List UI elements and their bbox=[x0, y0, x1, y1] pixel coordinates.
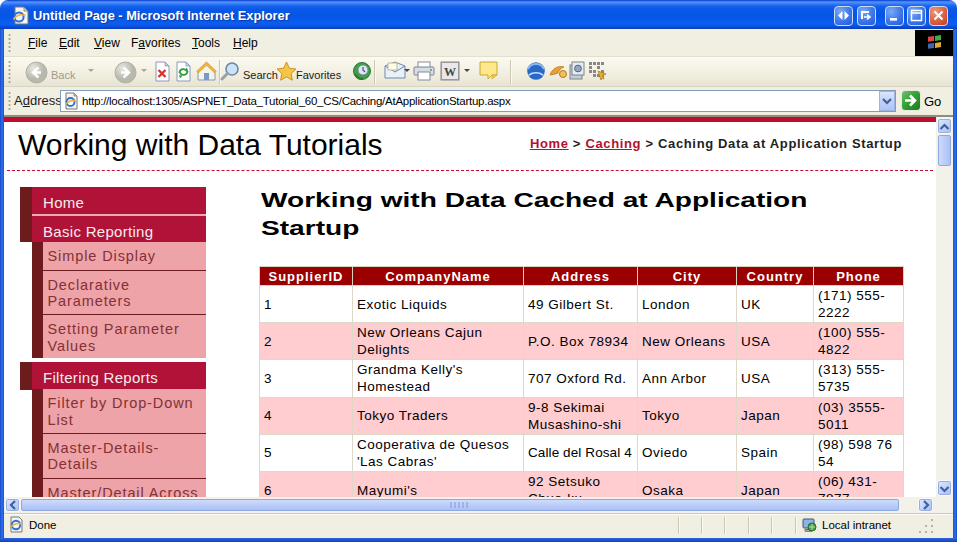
svg-text:W: W bbox=[444, 65, 456, 79]
